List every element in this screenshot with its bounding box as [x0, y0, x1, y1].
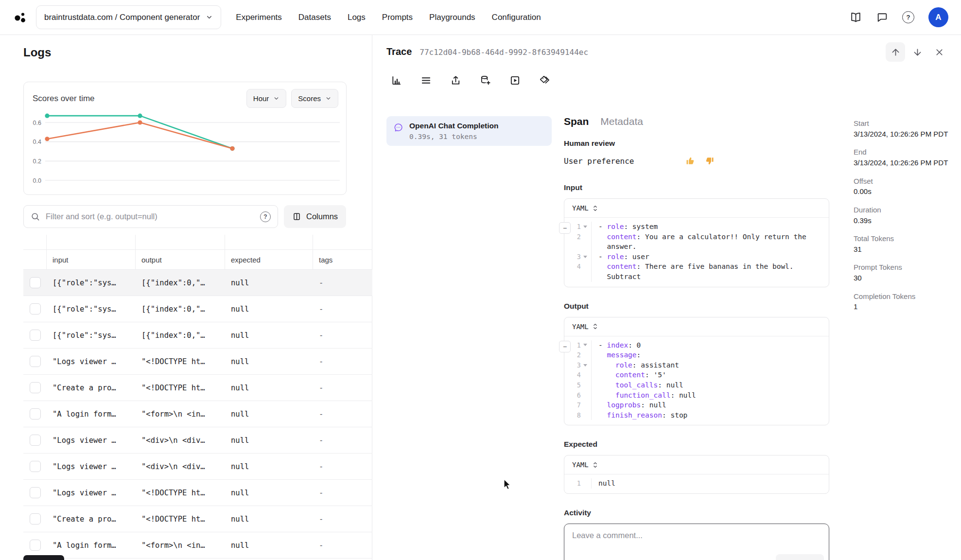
fold-chevron-icon[interactable]	[583, 256, 587, 258]
table-row[interactable]: "Logs viewer …"<!DOCTYPE ht…null-	[23, 480, 372, 506]
nav-item-playgrounds[interactable]: Playgrounds	[429, 13, 475, 22]
comment-button[interactable]: Comment	[776, 554, 824, 560]
line-number: 7	[564, 400, 592, 410]
cell-tags: -	[313, 480, 372, 506]
row-checkbox[interactable]	[30, 435, 41, 446]
columns-button[interactable]: Columns	[284, 205, 346, 228]
column-header-output[interactable]: output	[136, 250, 225, 269]
table-row[interactable]: "Logs viewer …"<div>\n <div…null-	[23, 454, 372, 480]
docs-icon[interactable]	[850, 11, 862, 23]
code-line: 4 content: There are five bananas in the…	[564, 262, 829, 272]
nav-item-prompts[interactable]: Prompts	[382, 13, 413, 22]
playground-icon[interactable]	[507, 72, 523, 88]
table-row[interactable]: "A login form…"<form>\n <in…null-	[23, 532, 372, 559]
column-header-expected[interactable]: expected	[225, 250, 313, 269]
add-to-dataset-icon[interactable]	[477, 72, 493, 88]
cell-expected: null	[225, 480, 313, 506]
code-text: Subtract	[592, 272, 641, 282]
table-row[interactable]: "Create a pro…"<!DOCTYPE ht…null-	[23, 506, 372, 532]
nav-item-configuration[interactable]: Configuration	[492, 13, 541, 22]
metadata-value: 30	[854, 273, 956, 283]
chart-view-icon[interactable]	[388, 72, 404, 88]
collapse-output-button[interactable]: −	[559, 341, 571, 352]
output-section-label: Output	[564, 302, 829, 311]
code-line: 7 logprobs: null	[564, 400, 829, 410]
cell-expected: null	[225, 375, 313, 401]
filter-help-icon[interactable]: ?	[260, 211, 271, 222]
table-row[interactable]: [{"role":"sys…[{"index":0,"…null-	[23, 322, 372, 349]
output-yaml-code[interactable]: 1- index: 02 message:3 role: assistant4 …	[564, 336, 829, 425]
line-number: 3	[564, 360, 592, 370]
row-checkbox[interactable]	[30, 356, 41, 367]
chart-title: Scores over time	[33, 94, 95, 104]
code-text: role: assistant	[592, 360, 679, 370]
help-icon[interactable]: ?	[902, 11, 914, 23]
tags-icon[interactable]	[536, 72, 553, 88]
prev-trace-button[interactable]	[886, 42, 905, 62]
collapse-input-button[interactable]: −	[559, 222, 571, 234]
cell-tags: -	[313, 532, 372, 558]
table-body: [{"role":"sys…[{"index":0,"…null-[{"role…	[23, 270, 372, 559]
row-checkbox[interactable]	[30, 303, 41, 315]
row-checkbox-cell	[23, 427, 47, 453]
list-view-icon[interactable]	[418, 72, 434, 88]
fold-chevron-icon[interactable]	[583, 364, 587, 367]
close-trace-button[interactable]	[929, 42, 949, 62]
code-line: 3- role: user	[564, 252, 829, 262]
table-row[interactable]: "Create a pro…"<!DOCTYPE ht…null-	[23, 375, 372, 401]
comment-input[interactable]	[564, 524, 829, 549]
arrow-down-icon	[912, 47, 923, 57]
input-yaml-code[interactable]: 1- role: system2 content: You are a calc…	[564, 218, 829, 287]
cell-output: [{"index":0,"…	[136, 270, 225, 296]
chevron-down-icon	[273, 95, 280, 102]
row-checkbox[interactable]	[30, 408, 41, 420]
cell-output: "<div>\n <div…	[136, 427, 225, 453]
fold-chevron-icon[interactable]	[583, 344, 587, 346]
series-score-orange	[47, 122, 232, 149]
metadata-label: Duration	[854, 206, 956, 215]
table-row[interactable]: [{"role":"sys…[{"index":0,"…null-	[23, 270, 372, 296]
logs-panel: Logs Scores over time Hour Scores	[0, 35, 372, 560]
feedback-icon[interactable]	[876, 11, 888, 23]
table-row[interactable]: "A login form…"<form>\n <in…null-	[23, 401, 372, 427]
main-content: Logs Scores over time Hour Scores	[0, 35, 961, 560]
nav-item-datasets[interactable]: Datasets	[298, 13, 331, 22]
table-row[interactable]: "Logs viewer …"<div>\n <div…null-	[23, 427, 372, 454]
expected-format-select[interactable]: YAML	[572, 461, 589, 469]
share-icon[interactable]	[447, 72, 464, 88]
row-checkbox[interactable]	[30, 513, 41, 525]
row-checkbox[interactable]	[30, 330, 41, 341]
span-item[interactable]: OpenAI Chat Completion 0.39s, 31 tokens	[386, 116, 552, 146]
row-checkbox[interactable]	[30, 461, 41, 472]
metadata-value: 1	[854, 302, 956, 312]
thumbs-down-icon[interactable]	[705, 156, 715, 166]
user-avatar[interactable]: A	[928, 7, 948, 27]
next-trace-button[interactable]	[908, 42, 927, 62]
row-checkbox[interactable]	[30, 540, 41, 551]
nav-item-logs[interactable]: Logs	[348, 13, 366, 22]
row-checkbox[interactable]	[30, 487, 41, 498]
fold-chevron-icon[interactable]	[583, 226, 587, 228]
nav-item-experiments[interactable]: Experiments	[236, 13, 281, 22]
row-checkbox[interactable]	[30, 382, 41, 393]
input-format-select[interactable]: YAML	[572, 204, 589, 212]
table-row[interactable]: "Logs viewer …"<!DOCTYPE ht…null-	[23, 349, 372, 375]
expected-yaml-code[interactable]: 1null	[564, 474, 829, 493]
row-checkbox-cell	[23, 532, 47, 558]
project-selector[interactable]: braintrustdata.com / Component generator	[36, 5, 221, 29]
row-checkbox-cell	[23, 349, 47, 374]
table-row[interactable]: [{"role":"sys…[{"index":0,"…null-	[23, 296, 372, 322]
row-checkbox[interactable]	[30, 277, 41, 288]
tab-metadata[interactable]: Metadata	[600, 116, 643, 127]
filter-input[interactable]	[45, 211, 260, 222]
tab-span[interactable]: Span	[564, 116, 589, 127]
cell-input: [{"role":"sys…	[47, 322, 136, 348]
cell-tags: -	[313, 349, 372, 374]
column-header-tags[interactable]: tags	[313, 250, 372, 269]
scores-dropdown[interactable]: Scores	[291, 89, 338, 108]
thumbs-up-icon[interactable]	[685, 156, 695, 166]
interval-dropdown[interactable]: Hour	[246, 89, 287, 108]
cell-input: "Logs viewer …	[47, 454, 136, 479]
output-format-select[interactable]: YAML	[572, 323, 589, 331]
column-header-input[interactable]: input	[47, 250, 136, 269]
